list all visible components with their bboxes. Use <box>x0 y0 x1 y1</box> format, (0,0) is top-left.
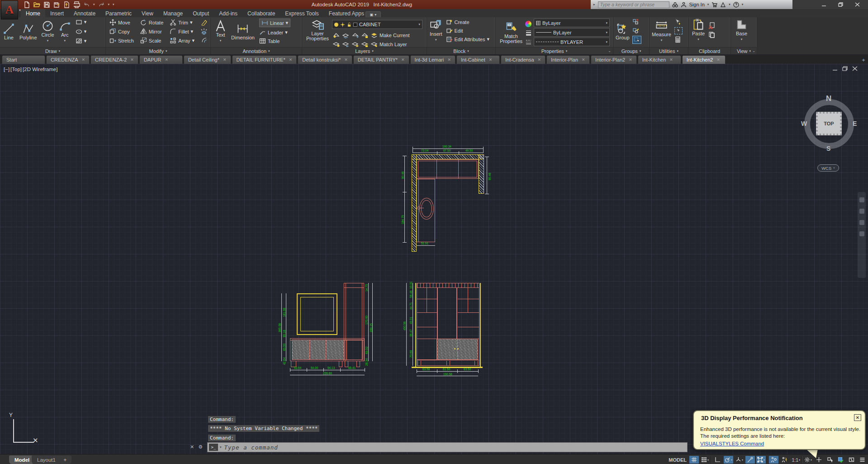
application-menu-button[interactable]: A <box>1 0 18 19</box>
file-tab[interactable]: Detail konstruksi*✕ <box>298 55 352 64</box>
search-binoculars-icon[interactable] <box>672 2 678 8</box>
layer-freeze-icon[interactable] <box>352 32 359 38</box>
undo-dropdown-icon[interactable]: ▾ <box>93 3 95 6</box>
viewcube[interactable]: N W E S TOP <box>798 93 862 159</box>
file-tab[interactable]: Int-Cradensa✕ <box>501 55 545 64</box>
fillet-button[interactable]: Fillet▾ <box>170 28 194 35</box>
linear-dimension-button[interactable]: Linear▾ <box>259 19 290 27</box>
view-launcher-icon[interactable]: ⌄ <box>752 49 755 53</box>
ribbon-tab[interactable]: Featured Apps <box>324 9 369 17</box>
drawing-canvas[interactable] <box>0 64 868 454</box>
leader-button[interactable]: Leader▾ <box>259 29 290 36</box>
ribbon-tab[interactable]: Parametric <box>100 9 137 17</box>
annotation-scale-button[interactable]: 1:1▾ <box>791 456 800 464</box>
restore-icon[interactable] <box>838 2 843 7</box>
viewport-visual-style-control[interactable]: [2D Wireframe] <box>23 67 57 72</box>
store-cart-icon[interactable] <box>711 2 717 8</box>
panel-label-annotation[interactable]: Annotation▾ <box>211 47 302 54</box>
viewcube-north[interactable]: N <box>826 94 831 103</box>
quick-calc-icon[interactable] <box>674 36 681 43</box>
close-tab-icon[interactable]: ✕ <box>344 57 348 62</box>
help-dropdown-icon[interactable]: ▾ <box>742 3 744 6</box>
object-color-dropdown[interactable]: ByLayer▾ <box>534 19 610 27</box>
ribbon-tab[interactable]: Output <box>188 9 214 17</box>
file-tab[interactable]: CREDENZA-2✕ <box>90 55 138 64</box>
rotate-button[interactable]: Rotate <box>140 19 163 26</box>
file-tab[interactable]: Int-Cabinet✕ <box>456 55 500 64</box>
customization-button[interactable] <box>858 456 867 464</box>
viewcube-south[interactable]: S <box>826 145 830 152</box>
layer-previous-icon[interactable] <box>342 41 349 48</box>
create-block-button[interactable]: Create <box>446 19 489 25</box>
panel-label-modify[interactable]: Modify▾ <box>106 47 210 54</box>
help-icon[interactable] <box>733 2 739 8</box>
open-folder-icon[interactable] <box>33 1 40 8</box>
minimize-icon[interactable] <box>821 2 826 7</box>
copy-button[interactable]: Copy <box>109 28 134 35</box>
close-tab-icon[interactable]: ✕ <box>489 57 493 62</box>
sign-in-dropdown-icon[interactable]: ▾ <box>707 3 709 6</box>
close-tab-icon[interactable]: ✕ <box>538 57 541 62</box>
save-as-icon[interactable] <box>53 1 60 8</box>
close-tab-icon[interactable]: ✕ <box>669 57 673 62</box>
quick-properties-toggle[interactable] <box>825 456 835 464</box>
viewcube-east[interactable]: E <box>853 120 857 127</box>
ribbon-tab[interactable]: Express Tools <box>280 9 323 17</box>
command-input[interactable]: Type a command <box>224 444 278 451</box>
file-tab[interactable]: DETAIL PANTRY*✕ <box>353 55 409 64</box>
quick-properties-icon[interactable] <box>674 27 683 34</box>
command-line[interactable]: >_ ▾ Type a command <box>207 442 688 452</box>
layer-unisolate-icon[interactable] <box>333 41 340 48</box>
model-space-indicator[interactable]: MODEL <box>669 457 687 463</box>
viewcube-west[interactable]: W <box>801 120 807 127</box>
trim-button[interactable]: Trim▾ <box>170 19 194 26</box>
viewport-view-control[interactable]: [Top] <box>10 67 22 72</box>
move-button[interactable]: Move <box>109 19 134 26</box>
grid-toggle[interactable] <box>689 456 699 464</box>
layer-thaw-all-icon[interactable] <box>352 41 359 48</box>
file-tab[interactable]: Int-3d Lemari✕ <box>410 55 455 64</box>
layer-dropdown[interactable]: CABINET ▾ <box>332 20 422 29</box>
close-tab-icon[interactable]: ✕ <box>401 57 405 62</box>
copy-clip-icon[interactable] <box>708 31 715 38</box>
drawing-minimize-icon[interactable] <box>832 66 838 71</box>
close-tab-icon[interactable]: ✕ <box>629 57 632 62</box>
lineweight-dropdown[interactable]: ByLayer▾ <box>534 28 610 37</box>
export-icon[interactable] <box>63 1 70 8</box>
ribbon-tab[interactable]: Insert <box>45 9 69 17</box>
new-tab-button[interactable]: ＋ <box>861 56 866 64</box>
panel-label-clipboard[interactable]: Clipboard <box>688 47 730 54</box>
layer-off-icon[interactable] <box>333 32 340 38</box>
dimension-button[interactable]: Dimension <box>231 23 255 40</box>
autoscale-toggle[interactable] <box>780 456 789 464</box>
panel-label-groups[interactable]: Groups▾ <box>613 47 649 54</box>
qat-customize-icon[interactable]: ▾ <box>113 3 114 6</box>
group-button[interactable]: Group <box>616 23 630 40</box>
hatch-button[interactable]: ▾ <box>76 38 87 44</box>
command-customize-icon[interactable]: ⚙ <box>198 444 203 450</box>
viewcube-top-face[interactable]: TOP <box>816 112 842 135</box>
edit-attributes-button[interactable]: Edit Attributes▾ <box>446 36 489 43</box>
ribbon-tab[interactable]: Annotate <box>69 9 100 17</box>
a360-dropdown-icon[interactable]: ▾ <box>729 3 730 6</box>
panel-label-utilities[interactable]: Utilities▾ <box>650 47 688 54</box>
undo-icon[interactable] <box>83 1 90 8</box>
close-tab-icon[interactable]: ✕ <box>716 57 720 62</box>
erase-icon[interactable] <box>201 19 208 26</box>
polyline-button[interactable]: Polyline <box>19 23 37 40</box>
panel-label-view[interactable]: View▾⌄ <box>731 47 757 54</box>
layout1-tab[interactable]: Layout1 <box>32 455 61 464</box>
command-recent-icon[interactable]: ▾ <box>220 445 222 449</box>
workspace-switching-button[interactable]: ▾ <box>803 456 813 464</box>
command-close-icon[interactable]: ✕ <box>190 444 194 450</box>
close-tab-icon[interactable]: ✕ <box>130 57 134 62</box>
match-properties-button[interactable]: Match Properties <box>498 21 524 44</box>
arc-button[interactable]: Arc▾ <box>59 20 71 43</box>
drawing-restore-icon[interactable] <box>842 66 848 71</box>
ribbon-tab[interactable]: Add-ins <box>214 9 242 17</box>
panel-label-properties[interactable]: Properties▾⌄ <box>496 47 613 54</box>
properties-launcher-icon[interactable]: ⌄ <box>608 49 611 53</box>
close-tab-icon[interactable]: ✕ <box>289 57 293 62</box>
panel-label-layers[interactable]: Layers▾ <box>302 47 427 54</box>
mirror-button[interactable]: Mirror <box>140 28 163 35</box>
